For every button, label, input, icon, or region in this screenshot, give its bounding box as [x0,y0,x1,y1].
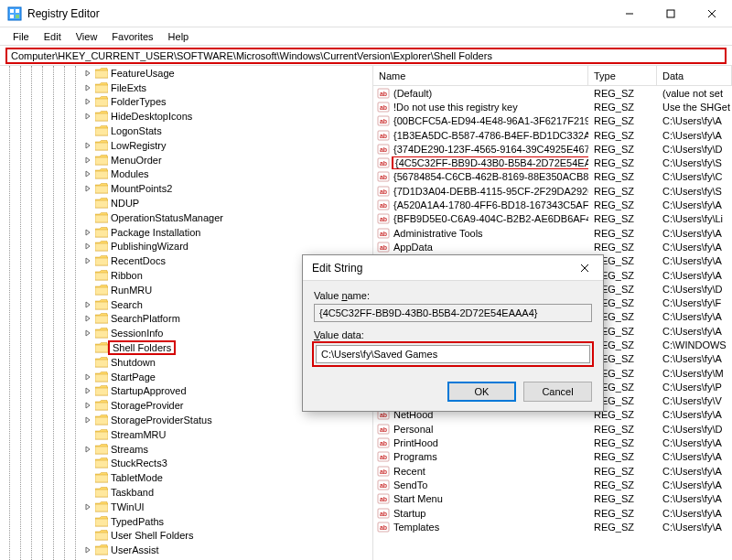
list-row[interactable]: ab!Do not use this registry keyREG_SZUse… [373,100,732,113]
minimize-button[interactable] [608,0,650,27]
value-data-input[interactable] [316,345,590,363]
tree-item[interactable]: TypedPaths [82,514,372,529]
tree-item[interactable]: Package Installation [82,225,372,240]
col-type[interactable]: Type [588,66,657,85]
tree-item-label: Taskband [111,487,154,498]
list-row[interactable]: ab{BFB9D5E0-C6A9-404C-B2B2-AE6DB6AF4968}… [373,212,732,226]
list-row[interactable]: abRecentREG_SZC:\Users\fy\A [373,464,732,478]
expand-icon[interactable] [82,241,93,252]
ok-button[interactable]: OK [447,382,516,402]
tree-item[interactable]: UserAssist [82,543,372,557]
tree-item-label: SessionInfo [111,328,163,339]
expand-icon[interactable] [82,313,93,324]
tree-item[interactable]: OperationStatusManager [82,210,372,225]
folder-icon [95,198,108,209]
tree-item[interactable]: MountPoints2 [82,181,372,196]
tree-item[interactable]: LogonStats [82,124,372,138]
list-row[interactable]: abProgramsREG_SZC:\Users\fy\A [373,450,732,464]
tree-item[interactable]: TabletMode [82,470,372,485]
list-row[interactable]: abStartupREG_SZC:\Users\fy\A [373,506,732,520]
list-row[interactable]: ab{00BCFC5A-ED94-4E48-96A1-3F6217F21990}… [373,114,732,128]
expand-icon[interactable] [82,415,93,425]
expand-icon[interactable] [82,183,93,194]
cancel-button[interactable]: Cancel [523,382,592,402]
expand-icon[interactable] [82,111,93,122]
expand-icon[interactable] [82,96,93,107]
menu-favorites[interactable]: Favorites [104,29,160,44]
close-button[interactable] [691,0,732,27]
tree-item[interactable]: FileExts [82,81,372,95]
tree-item[interactable]: Modules [82,167,372,182]
folder-icon [95,530,108,541]
tree-item[interactable]: NDUP [82,196,372,210]
svg-rect-4 [16,15,19,18]
expand-icon[interactable] [82,227,93,238]
tree-item[interactable]: TWinUI [82,500,372,514]
list-row[interactable]: ab{A520A1A4-1780-4FF6-BD18-167343C5AF16}… [373,198,732,211]
list-row[interactable]: ab{56784854-C6CB-462B-8169-88E350ACB882}… [373,170,732,184]
value-type: REG_SZ [588,424,657,435]
col-data[interactable]: Data [657,66,732,85]
dialog-close-button[interactable] [566,255,603,281]
expand-icon[interactable] [82,155,93,166]
string-value-icon: ab [377,436,390,449]
expand-icon[interactable] [82,82,93,93]
expand-icon[interactable] [82,444,93,455]
col-name[interactable]: Name [373,66,588,85]
menubar: FileEditViewFavoritesHelp [0,27,732,46]
tree-item[interactable]: StuckRects3 [82,457,372,471]
folder-icon [95,270,108,281]
list-row[interactable]: abTemplatesREG_SZC:\Users\fy\A [373,520,732,533]
tree-item[interactable]: LowRegistry [82,138,372,153]
value-data: C:\Users\fy\D [657,424,732,435]
list-row[interactable]: ab{1B3EA5DC-B587-4786-B4EF-BD1DC332AEAE}… [373,128,732,142]
expand-icon[interactable] [82,140,93,151]
tree-item[interactable]: User Shell Folders [82,529,372,544]
string-value-icon: ab [377,465,390,478]
expand-icon[interactable] [82,328,93,339]
menu-edit[interactable]: Edit [37,29,69,44]
expand-icon[interactable] [82,168,93,179]
list-row[interactable]: abAdministrative ToolsREG_SZC:\Users\fy\… [373,226,732,240]
tree-item[interactable]: MenuOrder [82,153,372,167]
tree-item[interactable]: PublishingWizard [82,240,372,254]
list-row[interactable]: abStart MenuREG_SZC:\Users\fy\A [373,492,732,506]
folder-icon [95,501,108,512]
tree-item[interactable]: Streams [82,442,372,457]
tree-item-label: Streams [111,444,148,455]
tree-item[interactable]: StorageProviderStatus [82,413,372,427]
expand-icon [82,458,93,468]
tree-item[interactable]: FolderTypes [82,95,372,110]
maximize-button[interactable] [650,0,691,27]
list-row[interactable]: abSendToREG_SZC:\Users\fy\A [373,478,732,491]
expand-icon[interactable] [82,68,93,79]
address-input[interactable] [5,48,727,64]
list-row[interactable]: abPersonalREG_SZC:\Users\fy\D [373,422,732,436]
expand-icon[interactable] [82,299,93,310]
list-row[interactable]: ab{7D1D3A04-DEBB-4115-95CF-2F29DA2920DA}… [373,184,732,198]
list-row[interactable]: ab{4C5C32FF-BB9D-43B0-B5B4-2D72E54EAAA4}… [373,156,732,169]
folder-icon [95,140,108,151]
tree-item[interactable]: FeatureUsage [82,66,372,81]
tree-item[interactable]: StreamMRU [82,427,372,442]
menu-view[interactable]: View [69,29,105,44]
expand-icon[interactable] [82,544,93,555]
list-row[interactable]: ab{374DE290-123F-4565-9164-39C4925E467B}… [373,142,732,156]
value-name-input[interactable] [314,304,592,322]
dialog-titlebar[interactable]: Edit String [303,255,603,281]
list-row[interactable]: abPrintHoodREG_SZC:\Users\fy\A [373,436,732,449]
tree-item[interactable]: HideDesktopIcons [82,109,372,124]
expand-icon[interactable] [82,501,93,512]
tree-item[interactable]: Taskband [82,485,372,500]
expand-icon[interactable] [82,400,93,411]
menu-file[interactable]: File [5,29,37,44]
expand-icon [82,212,93,223]
value-data: C:\Users\fy\S [657,157,732,168]
list-row[interactable]: ab(Default)REG_SZ(value not set [373,86,732,100]
expand-icon[interactable] [82,385,93,396]
list-row[interactable]: abAppDataREG_SZC:\Users\fy\A [373,240,732,253]
menu-help[interactable]: Help [161,29,197,44]
expand-icon[interactable] [82,255,93,266]
string-value-icon: ab [377,241,390,253]
expand-icon[interactable] [82,372,93,382]
